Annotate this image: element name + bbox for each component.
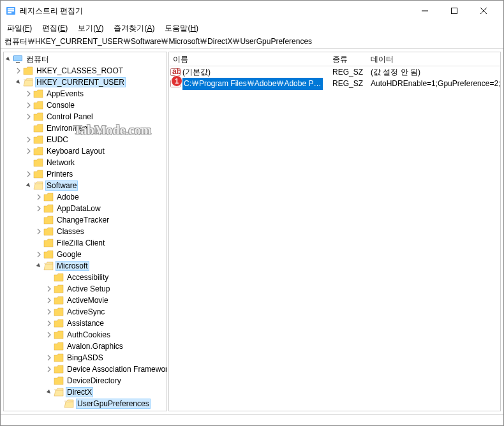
tree-label[interactable]: AuthCookies (66, 330, 112, 339)
menu-help[interactable]: 도움말(H) (161, 22, 202, 35)
expand-icon[interactable] (14, 78, 23, 87)
tree-label[interactable]: Avalon.Graphics (66, 342, 124, 351)
column-header-type[interactable]: 종류 (329, 52, 367, 66)
expand-icon[interactable] (34, 204, 43, 213)
list-row[interactable]: ab C:￦Program Files￦Adobe￦Adobe Phot... … (169, 78, 500, 89)
column-header-data[interactable]: 데이터 (367, 52, 500, 66)
folder-icon (33, 135, 43, 144)
expand-icon[interactable] (14, 66, 23, 75)
expand-icon[interactable] (45, 365, 54, 374)
folder-icon (33, 124, 43, 133)
tree-label[interactable]: Console (45, 101, 76, 110)
folder-icon (43, 204, 54, 213)
folder-icon (54, 330, 64, 339)
list-row[interactable]: ab (기본값) REG_SZ (값 설정 안 됨) (169, 66, 500, 78)
tree-label[interactable]: Environment (45, 124, 91, 133)
folder-icon (54, 411, 64, 411)
folder-icon (54, 388, 64, 397)
menu-view[interactable]: 보기(V) (74, 22, 107, 35)
tree-label[interactable]: Active Setup (66, 284, 111, 293)
svg-rect-10 (16, 62, 20, 63)
tree-label[interactable]: Network (45, 158, 76, 167)
folder-icon (33, 170, 43, 179)
tree-label[interactable]: EUDC (45, 135, 70, 144)
value-type: REG_SZ (329, 68, 367, 77)
tree-label[interactable]: Microsoft (56, 261, 89, 271)
folder-icon (33, 101, 43, 110)
close-button[interactable] (469, 1, 498, 21)
expand-icon[interactable] (45, 319, 54, 328)
tree-label[interactable]: Software (45, 180, 78, 191)
minimize-button[interactable] (410, 1, 440, 21)
menu-edit[interactable]: 편집(E) (38, 22, 71, 35)
tree-label[interactable]: Google (56, 250, 83, 259)
tree-view[interactable]: 컴퓨터 HKEY_CLASSES_ROOT HKEY_CURRENT_USER … (3, 52, 167, 411)
expand-icon[interactable] (24, 89, 33, 98)
list-view[interactable]: 이름 종류 데이터 ab (기본값) REG_SZ (값 설정 안 됨) ab … (168, 52, 501, 411)
expand-icon[interactable] (24, 170, 33, 179)
tree-label[interactable]: Classes (56, 227, 85, 236)
tree-label[interactable]: BingASDS (66, 353, 105, 362)
maximize-button[interactable] (440, 1, 469, 21)
expand-icon[interactable] (34, 261, 43, 270)
expand-icon[interactable] (45, 388, 54, 397)
tree-label[interactable]: Adobe (56, 193, 80, 202)
tree-label[interactable]: DeviceDirectory (66, 376, 122, 385)
tree-label[interactable]: AppDataLow (56, 204, 102, 213)
tree-label[interactable]: Control Panel (45, 112, 94, 121)
tree-label[interactable]: UserGpuPreferences (76, 399, 151, 409)
expand-icon[interactable] (24, 147, 33, 156)
folder-icon (43, 216, 54, 224)
value-data: AutoHDREnable=1;GpuPreference=2; (367, 79, 500, 88)
folder-icon (64, 399, 74, 408)
main-area: 컴퓨터 HKEY_CLASSES_ROOT HKEY_CURRENT_USER … (1, 49, 503, 414)
tree-label[interactable]: Keyboard Layout (45, 147, 106, 156)
tree-label[interactable]: Accessibility (66, 273, 110, 282)
expand-icon[interactable] (45, 307, 54, 316)
tree-label[interactable]: ActiveMovie (66, 296, 110, 305)
tree-label[interactable]: DirectX (66, 387, 93, 397)
expand-icon[interactable] (34, 227, 43, 236)
tree-label[interactable]: HKEY_CLASSES_ROOT (35, 66, 124, 75)
expand-icon[interactable] (45, 411, 54, 411)
address-bar[interactable]: 컴퓨터￦HKEY_CURRENT_USER￦Software￦Microsoft… (1, 35, 503, 49)
expand-icon[interactable] (34, 250, 43, 259)
value-name: C:￦Program Files￦Adobe￦Adobe Phot... (182, 78, 323, 90)
expand-icon[interactable] (34, 193, 43, 202)
expand-icon[interactable] (45, 296, 54, 305)
annotation-badge: 1 (171, 75, 182, 87)
menu-file[interactable]: 파일(F) (3, 22, 36, 35)
expand-icon[interactable] (45, 284, 54, 293)
tree-label[interactable]: Ease of Access (66, 411, 121, 411)
tree-label[interactable]: Printers (45, 170, 74, 179)
expand-icon[interactable] (45, 353, 54, 362)
svg-rect-2 (8, 10, 14, 11)
tree-label[interactable]: AppEvents (45, 89, 85, 98)
folder-icon (23, 78, 33, 87)
folder-icon (54, 342, 64, 351)
folder-icon (43, 239, 54, 247)
expand-icon[interactable] (24, 181, 33, 190)
column-header-name[interactable]: 이름 (169, 52, 329, 66)
tree-label[interactable]: ActiveSync (66, 307, 106, 316)
tree-label[interactable]: HKEY_CURRENT_USER (35, 77, 126, 87)
folder-icon (33, 147, 43, 156)
folder-icon (33, 112, 43, 121)
expand-icon[interactable] (24, 101, 33, 110)
tree-label[interactable]: Device Association Framework (66, 365, 167, 374)
folder-icon (33, 89, 43, 98)
expand-icon[interactable] (4, 55, 13, 64)
folder-icon (23, 66, 33, 75)
tree-label[interactable]: FileZilla Client (56, 239, 106, 247)
tree-label[interactable]: Assistance (66, 319, 105, 328)
expand-icon[interactable] (45, 330, 54, 339)
folder-icon (43, 193, 54, 202)
expand-icon[interactable] (24, 112, 33, 121)
tree-label[interactable]: 컴퓨터 (25, 54, 50, 65)
menu-favorites[interactable]: 즐겨찾기(A) (110, 22, 158, 35)
folder-icon (54, 307, 64, 316)
folder-icon (54, 376, 64, 385)
folder-icon (54, 284, 64, 293)
tree-label[interactable]: ChangeTracker (56, 216, 110, 224)
expand-icon[interactable] (24, 135, 33, 144)
